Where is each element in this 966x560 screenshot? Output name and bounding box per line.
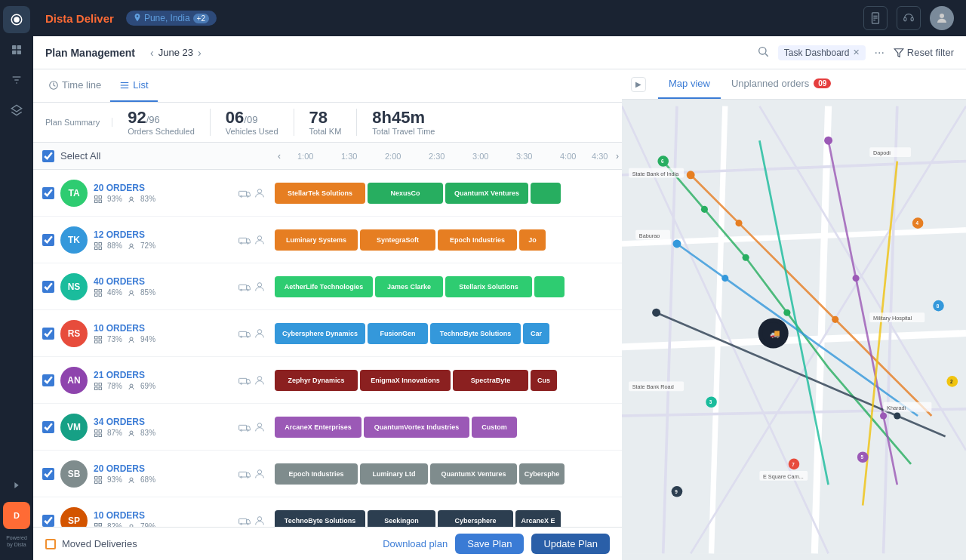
timeline-block[interactable]: Cus	[531, 370, 557, 391]
timeline-block[interactable]: Cybersphere	[438, 510, 513, 527]
row-action-icons-4	[238, 374, 266, 386]
select-all-checkbox[interactable]	[42, 150, 54, 162]
map-collapse-btn[interactable]: ▶	[631, 77, 646, 92]
timeline-block[interactable]: Cybersphe	[519, 463, 565, 485]
row-checkbox-4[interactable]	[42, 374, 54, 386]
date-next-btn[interactable]: ›	[198, 47, 202, 59]
svg-point-133	[701, 206, 708, 213]
row-info-1: 12 ORDERS 88% 72%	[94, 229, 232, 251]
row-checkbox-6[interactable]	[42, 468, 54, 480]
row-avatar-3: RS	[60, 320, 88, 347]
map-area[interactable]: State Bank of India Dapodi Baburao Milit…	[622, 100, 966, 560]
plan-summary-label: Plan Summary	[45, 118, 100, 127]
row-checkbox-2[interactable]	[42, 281, 54, 293]
svg-text:7: 7	[792, 462, 795, 467]
person-icon	[254, 515, 266, 527]
timeline-block[interactable]: Jo	[519, 229, 546, 251]
timeline-block[interactable]: TechnoByte Solutions	[430, 323, 521, 344]
row-stats-0: 93% 83%	[94, 195, 232, 204]
location-badge[interactable]: Pune, India +2	[126, 11, 217, 26]
row-checkbox-0[interactable]	[42, 187, 54, 199]
timeline-block[interactable]: Zephyr Dynamics	[275, 370, 358, 391]
date-navigation: ‹ June 23 ›	[150, 47, 202, 59]
timeline-prev-btn[interactable]: ‹	[275, 151, 284, 162]
update-plan-btn[interactable]: Update Plan	[531, 534, 610, 554]
timeline-block[interactable]: Luminary Systems	[275, 229, 358, 251]
more-options-btn[interactable]: ···	[875, 46, 884, 60]
timeline-block[interactable]: FusionGen	[368, 323, 428, 344]
timeline-block[interactable]: Car	[523, 323, 549, 344]
task-dashboard-close[interactable]: ✕	[853, 48, 860, 57]
svg-rect-43	[95, 289, 98, 292]
row-left-7: SP 10 ORDERS 82% 79%	[33, 507, 275, 527]
timeline-block[interactable]: James Clarke	[375, 276, 443, 297]
timeline-block[interactable]: TechnoByte Solutions	[275, 510, 365, 527]
tab-map-view[interactable]: Map view	[658, 69, 721, 99]
row-orders-2: 40 ORDERS	[94, 276, 232, 287]
timeline-block[interactable]: NexusCo	[368, 183, 443, 204]
timeline-block[interactable]: Cybersphere Dynamics	[275, 323, 365, 344]
stat-travel-time: 8h45m Total Travel Time	[357, 109, 450, 136]
timeline-block[interactable]: QuantumVortex Industries	[364, 417, 469, 438]
sidebar-item-expand[interactable]	[3, 472, 30, 499]
user-avatar[interactable]	[930, 6, 954, 30]
reset-filter-btn[interactable]: Reset filter	[894, 47, 954, 58]
download-plan-btn[interactable]: Download plan	[383, 534, 448, 554]
timeline-block[interactable]: Stellarix Solutions	[445, 276, 532, 297]
date-prev-btn[interactable]: ‹	[150, 47, 154, 59]
plan-summary: Plan Summary 92/96 Orders Scheduled 06/0…	[33, 103, 622, 143]
svg-text:3: 3	[709, 399, 712, 405]
row-action-icons-7	[238, 515, 266, 527]
row-checkbox-1[interactable]	[42, 234, 54, 246]
svg-point-142	[853, 275, 860, 282]
svg-rect-76	[99, 434, 102, 437]
timeline-block[interactable]: Epoch Industries	[275, 463, 358, 485]
svg-rect-44	[99, 289, 102, 292]
timeline-block[interactable]: Epoch Industries	[438, 229, 517, 251]
row-checkbox-3[interactable]	[42, 328, 54, 340]
row-avatar-2: NS	[60, 273, 88, 300]
tab-list[interactable]: List	[110, 69, 157, 102]
time-label-4: 3:00	[472, 152, 488, 161]
svg-point-102	[257, 516, 261, 520]
table-row: AN 21 ORDERS 78% 69% Zephyr DynamicsEn	[33, 357, 622, 404]
moved-deliveries: Moved Deliveries	[45, 538, 137, 549]
timeline-block[interactable]: QuantumX Ventures	[430, 463, 517, 485]
search-btn[interactable]	[757, 45, 769, 60]
truck-icon	[238, 328, 251, 340]
orders-scheduled-count: 92/96	[128, 109, 195, 127]
timeline-block[interactable]: Custom	[472, 417, 517, 438]
sidebar-item-home[interactable]	[3, 6, 30, 33]
svg-point-37	[130, 244, 133, 247]
sidebar-item-grid[interactable]	[3, 36, 30, 63]
timeline-block[interactable]: StellarTek Solutions	[275, 183, 365, 204]
moved-deliveries-checkbox[interactable]	[45, 539, 56, 549]
row-avatar-5: VM	[60, 414, 88, 441]
tab-unplanned-orders[interactable]: Unplanned orders 09	[721, 69, 841, 99]
timeline-block[interactable]: SpectraByte	[453, 370, 528, 391]
row-checkbox-7[interactable]	[42, 515, 54, 527]
svg-point-92	[257, 469, 261, 473]
timeline-next-btn[interactable]: ›	[613, 151, 622, 162]
row-checkbox-5[interactable]	[42, 421, 54, 433]
timeline-block[interactable]	[531, 183, 561, 204]
timeline-area: Select All ‹ 1:00 1:30 2:00 2:30 3:00 3:…	[33, 143, 622, 527]
time-label-3: 2:30	[429, 152, 445, 161]
timeline-block[interactable]: Luminary Ltd	[360, 463, 428, 485]
svg-rect-63	[95, 383, 98, 386]
headset-icon-btn[interactable]	[897, 6, 921, 30]
timeline-block[interactable]: QuantumX Ventures	[445, 183, 528, 204]
timeline-block[interactable]: ArcaneX E	[515, 510, 561, 527]
save-plan-btn[interactable]: Save Plan	[455, 534, 524, 554]
timeline-block[interactable]: AetherLife Technologies	[275, 276, 373, 297]
timeline-block[interactable]	[534, 276, 565, 297]
sidebar-item-layers[interactable]	[3, 97, 30, 124]
timeline-block[interactable]: SyntegraSoft	[360, 229, 435, 251]
timeline-block[interactable]: ArcaneX Enterprises	[275, 417, 361, 438]
sidebar-item-filter[interactable]	[3, 66, 30, 94]
timeline-block[interactable]: Seekingon	[368, 510, 435, 527]
tab-timeline[interactable]: Time line	[39, 69, 110, 102]
document-icon-btn[interactable]	[863, 6, 888, 30]
svg-rect-55	[95, 340, 98, 343]
timeline-block[interactable]: EnigmaX Innovations	[360, 370, 451, 391]
